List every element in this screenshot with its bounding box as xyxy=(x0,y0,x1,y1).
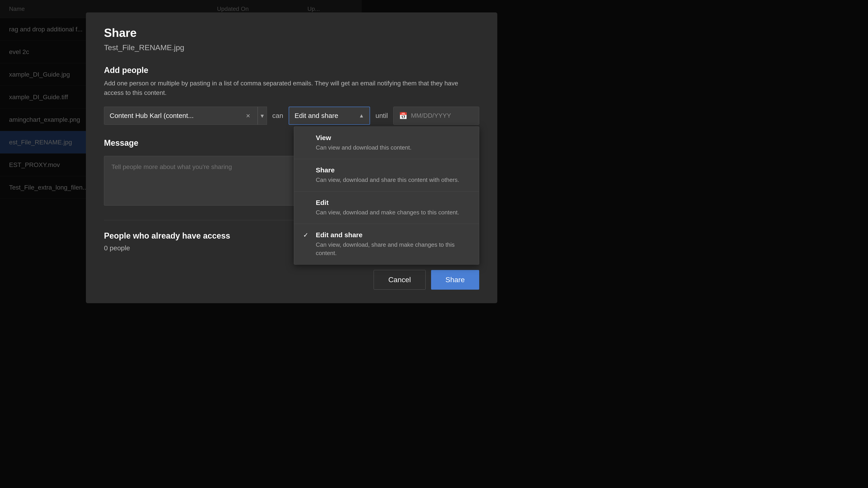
recipient-clear-button[interactable]: × xyxy=(246,111,250,120)
dropdown-item[interactable]: ✓ Edit and share Can view, download, sha… xyxy=(294,224,479,264)
chevron-down-icon: ▾ xyxy=(260,112,264,120)
permission-label: Edit and share xyxy=(294,112,356,120)
dropdown-item-description: Can view, download and make changes to t… xyxy=(303,208,470,217)
can-label: can xyxy=(267,107,289,125)
date-input[interactable]: 📅 MM/DD/YYYY xyxy=(393,107,479,125)
calendar-icon: 📅 xyxy=(399,112,407,120)
permission-select[interactable]: Edit and share ▲ xyxy=(289,107,370,125)
dropdown-item[interactable]: Edit Can view, download and make changes… xyxy=(294,192,479,224)
recipient-name: Content Hub Karl (content... xyxy=(110,112,246,120)
cancel-button[interactable]: Cancel xyxy=(374,270,426,290)
dropdown-item-title: Edit xyxy=(316,199,329,206)
dropdown-item-title: Share xyxy=(316,166,335,174)
recipient-input[interactable]: Content Hub Karl (content... × xyxy=(104,107,258,125)
date-placeholder: MM/DD/YYYY xyxy=(411,112,451,119)
dropdown-item-description: Can view, download and share this conten… xyxy=(303,176,470,184)
recipient-chevron-button[interactable]: ▾ xyxy=(258,107,267,125)
permission-dropdown: View Can view and download this content.… xyxy=(294,127,479,265)
dropdown-item[interactable]: View Can view and download this content. xyxy=(294,127,479,159)
modal-footer: Cancel Share xyxy=(104,270,479,290)
until-label: until xyxy=(370,107,393,125)
dropdown-item-description: Can view and download this content. xyxy=(303,143,470,152)
dropdown-item-title: Edit and share xyxy=(316,231,363,239)
modal-title: Share xyxy=(104,26,479,39)
dropdown-item[interactable]: Share Can view, download and share this … xyxy=(294,159,479,191)
modal-filename: Test_File_RENAME.jpg xyxy=(104,43,479,52)
permission-chevron-icon: ▲ xyxy=(359,112,364,119)
add-people-title: Add people xyxy=(104,66,479,75)
check-icon: ✓ xyxy=(303,231,311,239)
share-modal: Share Test_File_RENAME.jpg Add people Ad… xyxy=(86,12,497,303)
add-people-description: Add one person or multiple by pasting in… xyxy=(104,78,479,98)
dropdown-item-description: Can view, download, share and make chang… xyxy=(303,240,470,257)
dropdown-item-title: View xyxy=(316,134,331,142)
add-people-row: Content Hub Karl (content... × ▾ can Edi… xyxy=(104,107,479,125)
share-button[interactable]: Share xyxy=(431,270,479,290)
